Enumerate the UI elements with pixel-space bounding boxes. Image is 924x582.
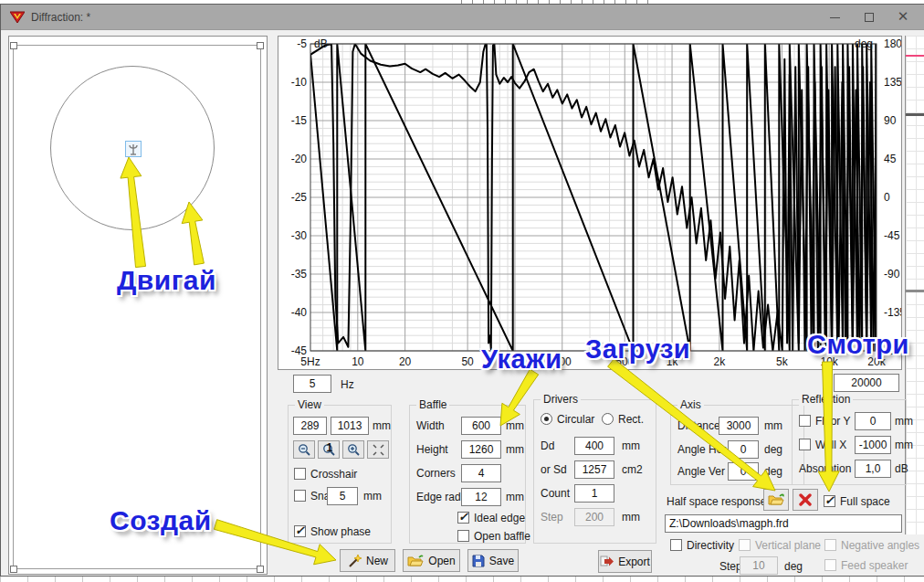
wall-reflection-checkbox[interactable]: Wall X <box>799 439 846 451</box>
absorption-input[interactable] <box>855 460 891 478</box>
axis-angle-hor-label: Angle Hor <box>677 443 726 456</box>
driver-step-input <box>574 508 614 526</box>
db-tick-label: -40 <box>291 306 308 319</box>
floor-reflection-checkbox[interactable]: Floor Y <box>799 415 850 428</box>
open-button[interactable]: Open <box>403 549 460 572</box>
axis-angle-hor-unit: deg <box>764 443 782 456</box>
vertical-plane-checkbox: Vertical plane <box>739 539 821 552</box>
title-bar[interactable]: Diffraction: * ✕ <box>1 5 924 30</box>
freq-tick-label: 50 <box>461 355 474 368</box>
axis-group-label: Axis <box>677 398 704 411</box>
db-tick-label: -35 <box>291 268 308 280</box>
axis-angle-ver-input[interactable] <box>728 462 759 481</box>
zoom-reset-button[interactable]: 1 <box>318 440 340 459</box>
driver-dd-input[interactable] <box>574 437 614 455</box>
open-baffle-checkbox[interactable]: Open baffle <box>457 530 530 543</box>
driver-step-unit: mm <box>622 511 640 524</box>
annotation-create: Создай <box>110 505 212 536</box>
freq-tick-label: 2k <box>714 355 727 368</box>
db-tick-label: -30 <box>291 229 308 242</box>
deg-tick-label: -45 <box>884 229 900 242</box>
negative-angles-checkbox: Negative angles <box>824 539 919 552</box>
baffle-width-unit: mm <box>506 419 524 432</box>
svg-text:1: 1 <box>326 443 332 454</box>
export-button[interactable]: Export <box>598 550 652 573</box>
deg-tick-label: 45 <box>884 153 897 165</box>
baffle-height-label: Height <box>416 443 448 456</box>
axis-angle-ver-unit: deg <box>764 465 782 478</box>
close-button[interactable]: ✕ <box>887 5 919 30</box>
directivity-step-unit: deg <box>784 560 803 573</box>
secondary-chart-sliver <box>905 36 924 534</box>
driver-shape-circular-radio[interactable]: Circular <box>541 413 594 426</box>
crosshair-checkbox[interactable]: Crosshair <box>294 468 357 481</box>
driver-count-label: Count <box>541 487 570 500</box>
baffle-handle-bottom-right[interactable] <box>257 566 264 573</box>
response-file-path-input[interactable] <box>665 514 902 533</box>
axis-angle-hor-input[interactable] <box>728 440 759 459</box>
zoom-in-button[interactable] <box>342 440 364 459</box>
ideal-edge-checkbox[interactable]: Ideal edge <box>457 512 525 524</box>
floor-y-input[interactable] <box>855 412 891 430</box>
driver-shape-rect-radio[interactable]: Rect. <box>602 413 644 426</box>
save-button[interactable]: Save <box>467 549 519 572</box>
annotation-load: Загрузи <box>585 334 690 365</box>
right-axis-unit: deg <box>855 37 873 50</box>
export-arrow-icon <box>600 556 614 567</box>
view-width-input[interactable] <box>293 417 327 435</box>
directivity-checkbox[interactable]: Directivity <box>670 539 734 552</box>
db-tick-label: -25 <box>291 191 308 204</box>
deg-tick-label: -135 <box>884 306 901 319</box>
show-phase-checkbox[interactable]: Show phase <box>294 525 371 538</box>
freq-tick-label: 5Hz <box>300 355 320 368</box>
maximize-button[interactable] <box>854 5 885 30</box>
driver-move-handle-icon[interactable] <box>125 141 142 157</box>
baffle-edge-radius-unit: mm <box>506 491 524 503</box>
axis-distance-input[interactable] <box>719 417 759 435</box>
baffle-canvas[interactable] <box>8 36 268 575</box>
baffle-edge-radius-input[interactable] <box>461 488 501 506</box>
baffle-handle-bottom-left[interactable] <box>10 566 17 573</box>
freq-max-input[interactable] <box>834 374 899 392</box>
secondary-chart-mark2 <box>906 290 924 292</box>
axis-distance-unit: mm <box>764 419 782 432</box>
baffle-group-label: Baffle <box>416 398 449 411</box>
load-response-button[interactable] <box>763 489 789 511</box>
clear-response-button[interactable] <box>793 489 818 511</box>
deg-tick-label: 0 <box>884 191 890 204</box>
annotation-watch: Смотри <box>807 330 909 360</box>
driver-count-input[interactable] <box>574 484 614 503</box>
feed-speaker-checkbox: Feed speaker <box>824 559 908 572</box>
baffle-height-input[interactable] <box>461 440 501 459</box>
baffle-handle-top-left[interactable] <box>10 42 17 49</box>
snap-value-input[interactable] <box>327 487 358 505</box>
new-button[interactable]: New <box>340 549 395 572</box>
freq-min-unit: Hz <box>341 378 354 391</box>
minimize-button[interactable] <box>819 5 850 30</box>
secondary-chart-mark <box>906 113 924 116</box>
deg-tick-label: 135 <box>884 76 901 89</box>
driver-sd-input[interactable] <box>574 460 614 479</box>
full-space-checkbox[interactable]: Full space <box>824 495 890 508</box>
baffle-handle-top-right[interactable] <box>257 42 264 49</box>
drivers-group-label: Drivers <box>541 393 581 406</box>
background-window-edge <box>0 577 924 582</box>
freq-tick-label: 5k <box>776 355 789 368</box>
view-group-label: View <box>295 398 324 411</box>
db-tick-label: -15 <box>291 114 308 127</box>
annotation-move: Двигай <box>117 265 216 296</box>
reflection-group-label: Reflection <box>799 393 853 406</box>
baffle-corners-input[interactable] <box>461 464 501 482</box>
axis-group: Axis Distance mm Angle Hor deg Angle Ver… <box>670 405 804 485</box>
zoom-out-button[interactable] <box>293 440 315 459</box>
zoom-fit-button[interactable] <box>367 440 389 459</box>
baffle-corners-label: Corners <box>416 467 456 480</box>
wall-x-unit: mm <box>895 439 913 451</box>
baffle-width-input[interactable] <box>461 417 501 435</box>
magic-wand-icon <box>347 554 362 568</box>
reflection-group: Reflection Floor Y mm Wall X mm Absorpti… <box>792 399 907 485</box>
deg-tick-label: 90 <box>884 114 897 127</box>
view-height-input[interactable] <box>331 417 369 435</box>
wall-x-input[interactable] <box>855 436 891 454</box>
freq-min-input[interactable] <box>293 375 331 393</box>
